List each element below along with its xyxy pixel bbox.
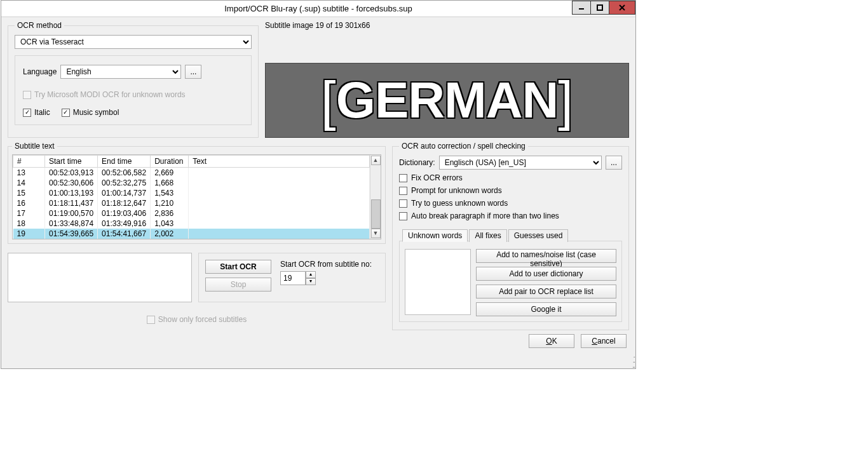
col-text[interactable]: Text <box>189 156 370 168</box>
modi-checkbox <box>23 91 31 99</box>
subtitle-table[interactable]: # Start time End time Duration Text 1300… <box>13 155 370 239</box>
table-row[interactable]: 1501:00:13,19301:00:14,7371,543 <box>13 188 370 198</box>
prompt-unknown-label: Prompt for unknown words <box>411 186 502 195</box>
table-row[interactable]: 1300:52:03,91300:52:06,5822,669 <box>13 168 370 178</box>
add-names-button[interactable]: Add to names/noise list (case sensitive) <box>476 249 616 263</box>
tab-all-fixes[interactable]: All fixes <box>469 229 506 242</box>
minimize-button[interactable] <box>572 1 591 15</box>
ocr-method-combo[interactable]: OCR via Tesseract <box>15 35 252 49</box>
guess-unknown-label: Try to guess unknown words <box>411 199 508 208</box>
table-row[interactable]: 1601:18:11,43701:18:12,6471,210 <box>13 198 370 208</box>
dictionary-label: Dictionary: <box>399 158 435 167</box>
music-checkbox[interactable]: ✓ <box>62 109 70 117</box>
add-user-dict-button[interactable]: Add to user dictionary <box>476 267 616 281</box>
ocr-method-group: OCR method OCR via Tesseract Language En… <box>8 21 259 138</box>
dictionary-more-button[interactable]: ... <box>606 156 622 170</box>
start-from-input[interactable] <box>280 271 306 285</box>
language-combo[interactable]: English <box>60 65 181 79</box>
bracket-right-icon: ] <box>558 69 573 132</box>
col-num[interactable]: # <box>13 156 45 168</box>
forced-label: Show only forced subtitles <box>158 315 247 324</box>
preview-text: GERMAN <box>336 71 559 130</box>
ocr-window: Import/OCR Blu-ray (.sup) subtitle - for… <box>1 0 636 369</box>
guess-unknown-checkbox[interactable] <box>399 199 407 208</box>
preview-pane: Subtitle image 19 of 19 301x66 [ GERMAN … <box>265 21 629 138</box>
music-label: Music symbol <box>73 108 119 117</box>
subtitle-text-group: Subtitle text # Start time End time Dura… <box>8 142 386 244</box>
ok-button[interactable]: OK <box>529 334 574 348</box>
stop-ocr-button: Stop <box>205 278 271 292</box>
titlebar: Import/OCR Blu-ray (.sup) subtitle - for… <box>1 1 635 17</box>
scroll-up-button[interactable]: ▲ <box>371 156 381 165</box>
table-scrollbar[interactable]: ▲ ▼ <box>370 155 381 239</box>
auto-break-checkbox[interactable] <box>399 212 407 220</box>
window-controls <box>573 1 635 17</box>
autocorrect-legend: OCR auto correction / spell checking <box>399 142 528 151</box>
fix-ocr-label: Fix OCR errors <box>411 173 463 182</box>
spin-down-button[interactable]: ▼ <box>306 278 316 285</box>
ocr-output-textbox[interactable] <box>8 253 192 302</box>
bracket-left-icon: [ <box>321 69 336 132</box>
scroll-down-button[interactable]: ▼ <box>371 229 381 238</box>
prompt-unknown-checkbox[interactable] <box>399 187 407 195</box>
forced-checkbox <box>147 316 155 324</box>
table-row[interactable]: 1400:52:30,60600:52:32,2751,668 <box>13 178 370 188</box>
maximize-button[interactable] <box>590 1 609 15</box>
close-button[interactable] <box>609 1 635 15</box>
tab-guesses-used[interactable]: Guesses used <box>508 229 569 242</box>
scroll-track[interactable] <box>371 165 381 229</box>
ocr-method-legend: OCR method <box>15 21 64 30</box>
subtitle-text-legend: Subtitle text <box>12 142 57 151</box>
unknown-words-list[interactable] <box>405 249 471 315</box>
dictionary-combo[interactable]: Englisch (USA) [en_US] <box>439 156 602 170</box>
spin-up-button[interactable]: ▲ <box>306 271 316 278</box>
italic-label: Italic <box>34 108 50 117</box>
start-ocr-button[interactable]: Start OCR <box>205 260 271 274</box>
col-start[interactable]: Start time <box>45 156 98 168</box>
table-row[interactable]: 1801:33:48,87401:33:49,9161,043 <box>13 218 370 229</box>
google-it-button[interactable]: Google it <box>476 302 616 316</box>
ocr-method-inner: Language English ... Try Microsoft MODI … <box>15 55 252 125</box>
start-from-label: Start OCR from subtitle no: <box>280 260 372 269</box>
resize-grip-icon[interactable]: ......... <box>1 353 635 368</box>
language-label: Language <box>23 67 57 76</box>
language-more-button[interactable]: ... <box>185 65 201 79</box>
table-row[interactable]: 1701:19:00,57001:19:03,4062,836 <box>13 208 370 218</box>
svg-rect-1 <box>597 5 602 10</box>
ocr-control-panel: Start OCR Stop Start OCR from subtitle n… <box>198 253 386 302</box>
autocorrect-group: OCR auto correction / spell checking Dic… <box>392 142 629 330</box>
subtitle-table-container: # Start time End time Duration Text 1300… <box>12 154 381 239</box>
italic-checkbox[interactable]: ✓ <box>23 109 31 117</box>
window-title: Import/OCR Blu-ray (.sup) subtitle - for… <box>1 4 635 13</box>
subtitle-image-preview: [ GERMAN ] <box>265 63 629 138</box>
modi-label: Try Microsoft MODI OCR for unknown words <box>34 90 186 99</box>
col-end[interactable]: End time <box>98 156 151 168</box>
fix-ocr-checkbox[interactable] <box>399 174 407 182</box>
tab-unknown-words[interactable]: Unknown words <box>402 229 468 242</box>
cancel-button[interactable]: Cancel <box>581 334 627 348</box>
add-pair-button[interactable]: Add pair to OCR replace list <box>476 285 616 299</box>
scroll-thumb[interactable] <box>371 199 381 229</box>
preview-label: Subtitle image 19 of 19 301x66 <box>265 21 629 32</box>
auto-break-label: Auto break paragraph if more than two li… <box>411 211 559 220</box>
table-row[interactable]: 1901:54:39,66501:54:41,6672,002 <box>13 229 370 239</box>
unknown-words-tabs: Unknown words All fixes Guesses used Add… <box>399 241 622 322</box>
col-duration[interactable]: Duration <box>151 156 189 168</box>
